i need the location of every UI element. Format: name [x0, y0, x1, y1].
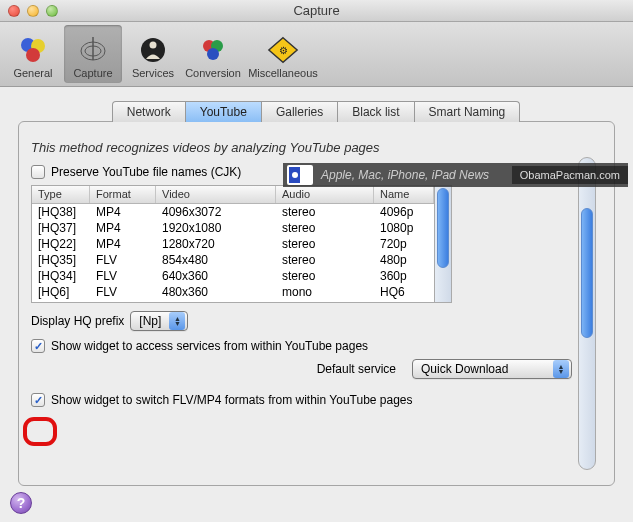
- show-widget-switch-checkbox[interactable]: [31, 393, 45, 407]
- svg-text:⚙: ⚙: [279, 45, 288, 56]
- preserve-checkbox[interactable]: [31, 165, 45, 179]
- tab-blacklist[interactable]: Black list: [337, 101, 414, 122]
- default-service-row: Default service Quick Download ▲▼: [31, 359, 602, 379]
- cell-type: [HQ6]: [32, 285, 90, 299]
- miscellaneous-icon: ⚙: [266, 33, 300, 67]
- toolbar-capture[interactable]: Capture: [64, 25, 122, 83]
- cell-audio: stereo: [276, 269, 374, 283]
- toolbar-conversion[interactable]: Conversion: [184, 25, 242, 83]
- titlebar: Capture: [0, 0, 633, 22]
- cell-video: 1920x1080: [156, 221, 276, 235]
- table-row[interactable]: [HQ6]FLV480x360monoHQ6: [32, 284, 434, 300]
- cell-type: [HQ35]: [32, 253, 90, 267]
- scrollbar-thumb[interactable]: [437, 188, 449, 268]
- toolbar-label: Services: [132, 67, 174, 79]
- cell-type: [HQ37]: [32, 221, 90, 235]
- cell-format: FLV: [90, 285, 156, 299]
- toolbar-label: Conversion: [185, 67, 241, 79]
- overlay-source: ObamaPacman.com: [512, 166, 628, 184]
- window: Capture General Capture: [0, 0, 633, 522]
- table-rows: [HQ38]MP44096x3072stereo4096p[HQ37]MP419…: [32, 204, 434, 300]
- col-audio[interactable]: Audio: [276, 186, 374, 203]
- tab-smartnaming[interactable]: Smart Naming: [414, 101, 521, 122]
- cell-name: 360p: [374, 269, 434, 283]
- table-row[interactable]: [HQ38]MP44096x3072stereo4096p: [32, 204, 434, 220]
- col-format[interactable]: Format: [90, 186, 156, 203]
- table-row[interactable]: [HQ34]FLV640x360stereo360p: [32, 268, 434, 284]
- default-service-label: Default service: [317, 362, 396, 376]
- zoom-icon[interactable]: [46, 5, 58, 17]
- cell-name: 4096p: [374, 205, 434, 219]
- help-button[interactable]: ?: [10, 492, 32, 514]
- overlay-banner: Apple, Mac, iPhone, iPad News ObamaPacma…: [283, 163, 628, 187]
- table-header: Type Format Video Audio Name: [32, 186, 434, 204]
- cell-video: 480x360: [156, 285, 276, 299]
- toolbar-general[interactable]: General: [4, 25, 62, 83]
- svg-rect-14: [300, 167, 311, 183]
- cell-video: 1280x720: [156, 237, 276, 251]
- cell-audio: stereo: [276, 253, 374, 267]
- traffic-lights: [8, 5, 58, 17]
- overlay-text: Apple, Mac, iPhone, iPad News: [321, 168, 489, 182]
- tab-youtube[interactable]: YouTube: [185, 101, 262, 122]
- cell-audio: stereo: [276, 237, 374, 251]
- chevron-updown-icon: ▲▼: [553, 360, 569, 378]
- cell-format: MP4: [90, 221, 156, 235]
- col-video[interactable]: Video: [156, 186, 276, 203]
- cell-format: MP4: [90, 237, 156, 251]
- cell-video: 640x360: [156, 269, 276, 283]
- close-icon[interactable]: [8, 5, 20, 17]
- table-row[interactable]: [HQ22]MP41280x720stereo720p: [32, 236, 434, 252]
- cell-audio: stereo: [276, 221, 374, 235]
- overlay-icon: [287, 165, 313, 185]
- cell-audio: stereo: [276, 205, 374, 219]
- general-icon: [16, 33, 50, 67]
- display-prefix-label: Display HQ prefix: [31, 314, 124, 328]
- default-service-value: Quick Download: [421, 362, 508, 376]
- toolbar-services[interactable]: Services: [124, 25, 182, 83]
- cell-video: 4096x3072: [156, 205, 276, 219]
- tab-bar: Network YouTube Galleries Black list Sma…: [18, 101, 615, 122]
- show-widget-access-checkbox[interactable]: [31, 339, 45, 353]
- default-service-select[interactable]: Quick Download ▲▼: [412, 359, 572, 379]
- display-prefix-select[interactable]: [Np] ▲▼: [130, 311, 188, 331]
- help-icon: ?: [17, 495, 26, 511]
- minimize-icon[interactable]: [27, 5, 39, 17]
- cell-name: 1080p: [374, 221, 434, 235]
- toolbar: General Capture Services: [0, 22, 633, 87]
- show-widget-access-row: Show widget to access services from with…: [31, 339, 602, 353]
- cell-video: 854x480: [156, 253, 276, 267]
- chevron-updown-icon: ▲▼: [169, 312, 185, 330]
- col-name[interactable]: Name: [374, 186, 434, 203]
- table-row[interactable]: [HQ37]MP41920x1080stereo1080p: [32, 220, 434, 236]
- panel-scrollbar[interactable]: [578, 157, 596, 470]
- show-widget-switch-row: Show widget to switch FLV/MP4 formats fr…: [31, 393, 602, 407]
- display-prefix-value: [Np]: [139, 314, 161, 328]
- cell-name: 720p: [374, 237, 434, 251]
- show-widget-access-label: Show widget to access services from with…: [51, 339, 368, 353]
- window-title: Capture: [8, 3, 625, 18]
- svg-point-7: [150, 42, 157, 49]
- toolbar-miscellaneous[interactable]: ⚙ Miscellaneous: [244, 25, 322, 83]
- cell-format: FLV: [90, 269, 156, 283]
- svg-point-15: [292, 172, 298, 178]
- capture-icon: [76, 33, 110, 67]
- cell-type: [HQ38]: [32, 205, 90, 219]
- toolbar-label: Capture: [73, 67, 112, 79]
- toolbar-label: General: [13, 67, 52, 79]
- tab-galleries[interactable]: Galleries: [261, 101, 338, 122]
- tab-network[interactable]: Network: [112, 101, 186, 122]
- table-scrollbar[interactable]: [435, 185, 452, 303]
- table-row[interactable]: [HQ35]FLV854x480stereo480p: [32, 252, 434, 268]
- svg-point-2: [26, 48, 40, 62]
- table-body-wrap: Type Format Video Audio Name [HQ38]MP440…: [31, 185, 435, 303]
- svg-point-10: [207, 48, 219, 60]
- display-prefix-row: Display HQ prefix [Np] ▲▼: [31, 311, 602, 331]
- services-icon: [136, 33, 170, 67]
- col-type[interactable]: Type: [32, 186, 90, 203]
- cell-audio: mono: [276, 285, 374, 299]
- cell-type: [HQ22]: [32, 237, 90, 251]
- show-widget-switch-label: Show widget to switch FLV/MP4 formats fr…: [51, 393, 413, 407]
- scrollbar-thumb[interactable]: [581, 208, 593, 338]
- cell-type: [HQ34]: [32, 269, 90, 283]
